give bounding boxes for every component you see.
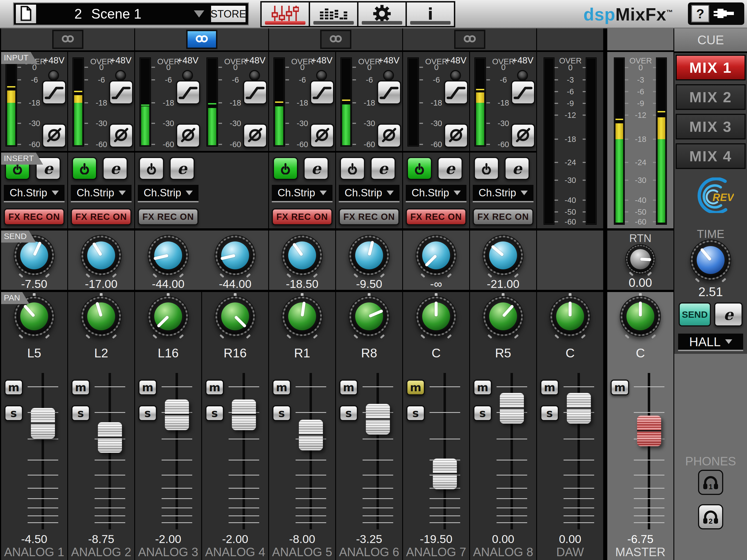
fx-rec-button[interactable]: FX REC ON bbox=[138, 208, 199, 225]
insert-effect-select[interactable]: Ch.Strip bbox=[406, 185, 466, 202]
store-button[interactable]: STORE bbox=[210, 5, 247, 23]
insert-edit-button[interactable]: e bbox=[437, 157, 463, 180]
hpf-button[interactable] bbox=[444, 80, 468, 104]
fx-edit-button[interactable]: e bbox=[714, 302, 743, 327]
insert-edit-button[interactable]: e bbox=[370, 157, 396, 180]
solo-button[interactable]: s bbox=[339, 405, 358, 421]
insert-effect-select[interactable]: Ch.Strip bbox=[71, 185, 131, 202]
insert-effect-select[interactable]: Ch.Strip bbox=[4, 185, 65, 202]
send-knob[interactable] bbox=[81, 235, 122, 276]
scene-selector[interactable]: 2Scene 1 STORE bbox=[13, 2, 249, 25]
fx-rec-button[interactable]: FX REC ON bbox=[71, 208, 131, 225]
time-knob[interactable] bbox=[690, 239, 731, 281]
solo-button[interactable]: s bbox=[272, 405, 291, 421]
insert-effect-select[interactable]: Ch.Strip bbox=[339, 185, 400, 202]
solo-button[interactable]: s bbox=[205, 405, 224, 421]
plug-icon[interactable] bbox=[714, 6, 734, 21]
insert-power-button[interactable] bbox=[340, 157, 365, 180]
solo-button[interactable]: s bbox=[473, 405, 492, 421]
hpf-button[interactable] bbox=[109, 80, 133, 104]
send-knob[interactable] bbox=[349, 235, 390, 276]
stereo-link-button-5-6[interactable] bbox=[320, 30, 351, 49]
tab-mixer[interactable] bbox=[262, 2, 309, 26]
phase-button[interactable] bbox=[444, 124, 468, 148]
phones-1-button[interactable]: 1 bbox=[698, 470, 723, 495]
send-knob[interactable] bbox=[148, 235, 189, 276]
hpf-button[interactable] bbox=[42, 80, 66, 104]
fader-handle[interactable] bbox=[567, 393, 591, 424]
mute-button[interactable]: m bbox=[205, 380, 224, 396]
solo-button[interactable]: s bbox=[4, 405, 23, 421]
phase-button[interactable] bbox=[42, 124, 66, 148]
pan-knob[interactable] bbox=[416, 296, 457, 337]
send-knob[interactable] bbox=[483, 235, 524, 276]
solo-button[interactable]: s bbox=[540, 405, 559, 421]
send-knob[interactable] bbox=[416, 235, 457, 276]
hpf-button[interactable] bbox=[243, 80, 267, 104]
fx-rec-button[interactable]: FX REC ON bbox=[339, 208, 400, 225]
rtn-knob[interactable] bbox=[625, 244, 655, 274]
pan-knob[interactable] bbox=[620, 296, 661, 337]
mix-4-button[interactable]: MIX 4 bbox=[676, 143, 746, 169]
fader-handle[interactable] bbox=[500, 393, 524, 424]
pan-knob[interactable] bbox=[349, 296, 390, 337]
fader-handle[interactable] bbox=[232, 400, 256, 430]
insert-edit-button[interactable]: e bbox=[170, 157, 195, 180]
insert-power-button[interactable] bbox=[407, 157, 432, 180]
fx-rec-button[interactable]: FX REC ON bbox=[473, 208, 534, 225]
phase-button[interactable] bbox=[511, 124, 535, 148]
hpf-button[interactable] bbox=[176, 80, 200, 104]
insert-edit-button[interactable]: e bbox=[103, 157, 128, 180]
phase-button[interactable] bbox=[176, 124, 200, 148]
fader-handle[interactable] bbox=[366, 404, 390, 434]
fx-send-button[interactable]: SEND bbox=[679, 302, 711, 327]
tab-settings[interactable] bbox=[358, 2, 406, 26]
insert-effect-select[interactable]: Ch.Strip bbox=[272, 185, 333, 202]
reverb-type-select[interactable]: HALL bbox=[678, 334, 743, 351]
phase-button[interactable] bbox=[377, 124, 401, 148]
mute-button[interactable]: m bbox=[540, 380, 559, 396]
insert-power-button[interactable] bbox=[474, 157, 499, 180]
fader-handle[interactable] bbox=[637, 416, 661, 446]
mute-button[interactable]: m bbox=[272, 380, 291, 396]
phase-button[interactable] bbox=[243, 124, 267, 148]
phase-button[interactable] bbox=[109, 124, 133, 148]
solo-button[interactable]: s bbox=[138, 405, 157, 421]
stereo-link-button-7-8[interactable] bbox=[454, 30, 485, 49]
solo-button[interactable]: s bbox=[71, 405, 90, 421]
mute-button[interactable]: m bbox=[339, 380, 358, 396]
insert-power-button[interactable] bbox=[273, 157, 298, 180]
fader-handle[interactable] bbox=[98, 422, 122, 453]
insert-power-button[interactable] bbox=[139, 157, 164, 180]
mute-button[interactable]: m bbox=[138, 380, 157, 396]
phones-2-button[interactable]: 2 bbox=[698, 504, 723, 529]
mute-button[interactable]: m bbox=[71, 380, 90, 396]
tab-info[interactable]: i bbox=[407, 2, 454, 26]
mute-button[interactable]: m bbox=[611, 380, 629, 396]
pan-knob[interactable] bbox=[282, 296, 323, 337]
hpf-button[interactable] bbox=[310, 80, 334, 104]
hpf-button[interactable] bbox=[377, 80, 401, 104]
fx-rec-button[interactable]: FX REC ON bbox=[406, 208, 466, 225]
fx-rec-button[interactable]: FX REC ON bbox=[4, 208, 65, 225]
fader-handle[interactable] bbox=[165, 400, 189, 430]
pan-knob[interactable] bbox=[549, 296, 591, 337]
tab-meter[interactable] bbox=[310, 2, 357, 26]
pan-knob[interactable] bbox=[81, 296, 122, 337]
mute-button[interactable]: m bbox=[406, 380, 425, 396]
fx-rec-button[interactable]: FX REC ON bbox=[272, 208, 333, 225]
pan-knob[interactable] bbox=[215, 296, 256, 337]
send-knob[interactable] bbox=[282, 235, 323, 276]
send-knob[interactable] bbox=[215, 235, 256, 276]
help-button[interactable]: ? bbox=[691, 5, 709, 22]
insert-effect-select[interactable]: Ch.Strip bbox=[473, 185, 534, 202]
insert-edit-button[interactable]: e bbox=[505, 157, 530, 180]
mute-button[interactable]: m bbox=[473, 380, 492, 396]
solo-button[interactable]: s bbox=[406, 405, 425, 421]
pan-knob[interactable] bbox=[483, 296, 524, 337]
mute-button[interactable]: m bbox=[4, 380, 23, 396]
new-scene-button[interactable] bbox=[16, 5, 36, 23]
insert-edit-button[interactable]: e bbox=[304, 157, 329, 180]
stereo-link-button-1-2[interactable] bbox=[52, 30, 83, 49]
fader-handle[interactable] bbox=[31, 408, 55, 439]
